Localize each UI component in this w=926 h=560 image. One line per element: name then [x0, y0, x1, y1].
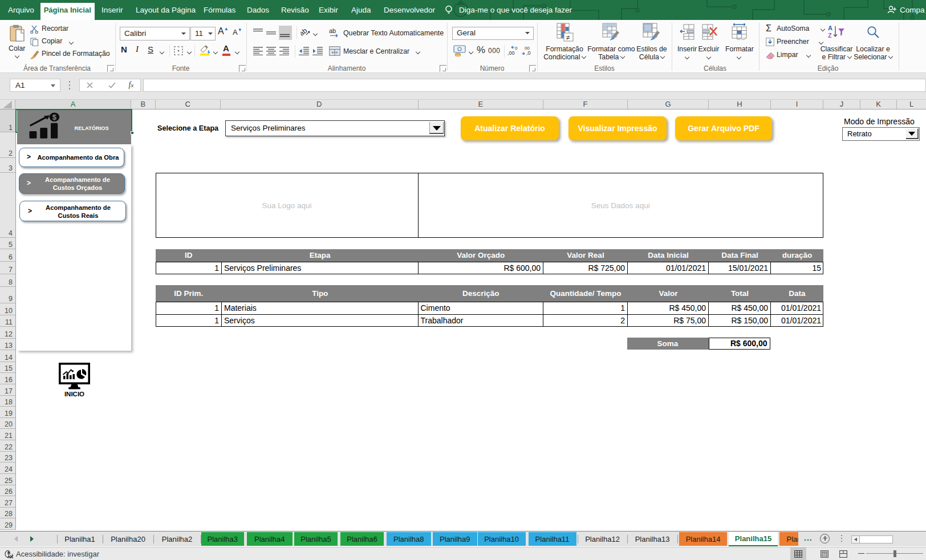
svg-text:A: A	[828, 25, 832, 31]
svg-text:ab: ab	[300, 27, 308, 37]
svg-text:0: 0	[515, 46, 518, 51]
svg-text:ab: ab	[329, 27, 336, 34]
svg-text:Z: Z	[828, 32, 832, 39]
svg-text:$: $	[52, 113, 57, 121]
svg-text:,0: ,0	[526, 50, 531, 56]
svg-text:≠: ≠	[566, 34, 570, 42]
svg-text:,00: ,00	[507, 50, 515, 56]
